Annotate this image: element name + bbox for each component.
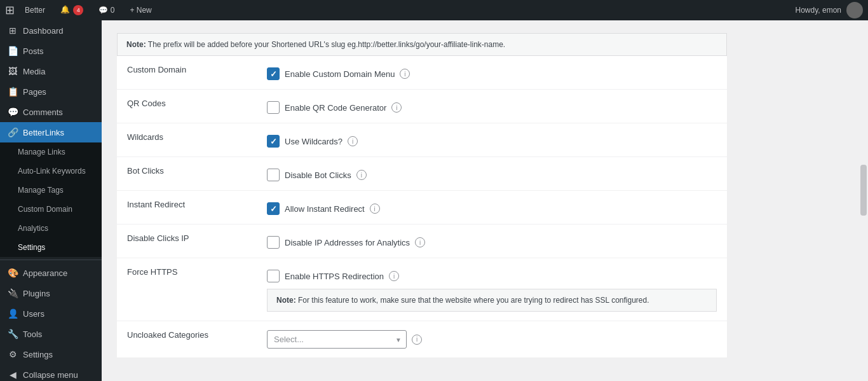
bot-clicks-info-icon[interactable]: i xyxy=(356,170,367,180)
uncloaked-categories-control: Select... ▼ i xyxy=(267,330,717,349)
disable-clicks-ip-info-icon[interactable]: i xyxy=(415,237,425,247)
top-note: Note: The prefix will be added before yo… xyxy=(117,33,727,56)
comments-count[interactable]: 💬 0 xyxy=(93,6,119,15)
uncloaked-categories-label: Uncloaked Categories xyxy=(127,330,208,340)
sidebar-item-label: Dashboard xyxy=(23,26,64,36)
table-row: Instant Redirect Allow Instant Redirect … xyxy=(117,191,727,225)
bot-clicks-checkbox[interactable] xyxy=(267,169,280,181)
settings-label: Settings xyxy=(18,243,45,252)
instant-redirect-row-label: Instant Redirect xyxy=(127,200,185,209)
wp-settings-label: Settings xyxy=(23,350,53,359)
sidebar-item-betterlinks[interactable]: 🔗 BetterLinks xyxy=(0,122,102,142)
sidebar-item-tools[interactable]: 🔧 Tools xyxy=(0,324,102,344)
sidebar-item-analytics[interactable]: Analytics xyxy=(0,219,102,238)
sidebar-item-dashboard[interactable]: ⊞ Dashboard xyxy=(0,20,102,41)
sidebar-item-appearance[interactable]: 🎨 Appearance xyxy=(0,263,102,283)
qr-codes-checkbox[interactable] xyxy=(267,101,280,114)
wildcards-info-icon[interactable]: i xyxy=(348,136,358,146)
analytics-label: Analytics xyxy=(18,224,48,233)
notifications[interactable]: 🔔 4 xyxy=(55,5,88,15)
qr-codes-control: Enable QR Code Generator i xyxy=(267,99,717,114)
qr-codes-info-icon[interactable]: i xyxy=(391,102,402,113)
note-text: The prefix will be added before your Sho… xyxy=(148,40,505,49)
custom-domain-info-icon[interactable]: i xyxy=(400,69,410,79)
disable-clicks-ip-control: Disable IP Addresses for Analytics i xyxy=(267,233,717,249)
disable-clicks-ip-checkbox-label: Disable IP Addresses for Analytics xyxy=(285,238,410,247)
wp-settings-icon: ⚙ xyxy=(8,349,18,359)
force-https-note: Note: For this feature to work, make sur… xyxy=(267,289,717,312)
uncloaked-categories-select[interactable]: Select... xyxy=(267,330,407,349)
sidebar-item-auto-link-keywords[interactable]: Auto-Link Keywords xyxy=(0,162,102,181)
table-row: Custom Domain Enable Custom Domain Menu … xyxy=(117,56,727,90)
bot-clicks-control: Disable Bot Clicks i xyxy=(267,166,717,181)
bot-clicks-checkbox-label: Disable Bot Clicks xyxy=(285,170,351,180)
wildcards-row-label: Wildcards xyxy=(127,132,163,142)
sidebar-item-wp-settings[interactable]: ⚙ Settings xyxy=(0,344,102,364)
force-https-note-prefix: Note: xyxy=(276,296,296,305)
table-row: Uncloaked Categories Select... ▼ xyxy=(117,321,727,358)
sidebar-item-comments[interactable]: 💬 Comments xyxy=(0,102,102,122)
instant-redirect-checkbox[interactable] xyxy=(267,202,280,215)
wp-logo-icon[interactable]: ⊞ xyxy=(5,3,15,17)
manage-links-label: Manage Links xyxy=(18,148,65,156)
sidebar-item-media[interactable]: 🖼 Media xyxy=(0,61,102,81)
wildcards-control: Use Wildcards? i xyxy=(267,132,717,148)
users-icon: 👤 xyxy=(8,308,18,319)
dashboard-icon: ⊞ xyxy=(8,25,18,36)
custom-domain-row-label: Custom Domain xyxy=(127,65,186,74)
plugins-icon: 🔌 xyxy=(8,288,18,298)
wildcards-checkbox[interactable] xyxy=(267,135,280,148)
sidebar-item-label: Comments xyxy=(23,107,63,117)
sidebar-item-plugins[interactable]: 🔌 Plugins xyxy=(0,283,102,303)
admin-bar: ⊞ Better 🔔 4 💬 0 + New Howdy, emon xyxy=(0,0,868,20)
force-https-checkbox[interactable] xyxy=(267,270,280,282)
settings-container: Note: The prefix will be added before yo… xyxy=(117,33,727,358)
scrollbar-track[interactable] xyxy=(859,20,868,381)
sidebar: ⊞ Dashboard 📄 Posts 🖼 Media 📋 Pages 💬 Co… xyxy=(0,20,102,381)
plugins-label: Plugins xyxy=(23,289,50,298)
sidebar-item-settings[interactable]: Settings xyxy=(0,238,102,257)
select-container: Select... ▼ xyxy=(267,330,407,349)
sidebar-item-label: Pages xyxy=(23,87,46,97)
qr-codes-row-label: QR Codes xyxy=(127,99,166,108)
sidebar-item-users[interactable]: 👤 Users xyxy=(0,303,102,324)
appearance-icon: 🎨 xyxy=(8,268,18,278)
site-name[interactable]: Better xyxy=(20,6,50,15)
media-icon: 🖼 xyxy=(8,66,18,76)
collapse-label: Collapse menu xyxy=(23,370,78,380)
force-https-control: Enable HTTPS Redirection i xyxy=(267,267,717,282)
table-row: QR Codes Enable QR Code Generator i xyxy=(117,90,727,123)
collapse-icon: ◀ xyxy=(8,370,18,380)
auto-link-keywords-label: Auto-Link Keywords xyxy=(18,167,86,176)
disable-clicks-ip-row-label: Disable Clicks IP xyxy=(127,233,189,243)
force-https-checkbox-label: Enable HTTPS Redirection xyxy=(285,272,384,281)
disable-clicks-ip-checkbox[interactable] xyxy=(267,236,280,249)
content-area: Note: The prefix will be added before yo… xyxy=(102,20,859,381)
howdy-text: Howdy, emon xyxy=(796,6,841,15)
betterlinks-icon: 🔗 xyxy=(8,127,18,137)
wildcards-checkbox-label: Use Wildcards? xyxy=(285,137,342,146)
sidebar-item-manage-links[interactable]: Manage Links xyxy=(0,142,102,162)
custom-domain-checkbox[interactable] xyxy=(267,67,280,80)
instant-redirect-info-icon[interactable]: i xyxy=(370,204,380,214)
sidebar-item-custom-domain[interactable]: Custom Domain xyxy=(0,200,102,219)
manage-tags-label: Manage Tags xyxy=(18,186,64,195)
instant-redirect-checkbox-label: Allow Instant Redirect xyxy=(285,204,365,214)
pages-icon: 📋 xyxy=(8,87,18,97)
user-avatar[interactable] xyxy=(846,2,863,18)
tools-icon: 🔧 xyxy=(8,329,18,339)
scrollbar-thumb[interactable] xyxy=(860,165,867,216)
appearance-label: Appearance xyxy=(23,268,67,278)
sidebar-item-pages[interactable]: 📋 Pages xyxy=(0,81,102,102)
tools-label: Tools xyxy=(23,329,42,339)
comments-icon: 💬 xyxy=(8,107,18,117)
sidebar-item-manage-tags[interactable]: Manage Tags xyxy=(0,181,102,200)
note-prefix: Note: xyxy=(126,40,146,49)
sidebar-item-collapse[interactable]: ◀ Collapse menu xyxy=(0,364,102,381)
sidebar-item-posts[interactable]: 📄 Posts xyxy=(0,41,102,61)
force-https-info-icon[interactable]: i xyxy=(389,271,399,281)
custom-domain-label: Custom Domain xyxy=(18,205,72,214)
uncloaked-categories-info-icon[interactable]: i xyxy=(412,335,422,345)
new-button[interactable]: + New xyxy=(125,6,156,15)
posts-icon: 📄 xyxy=(8,46,18,56)
